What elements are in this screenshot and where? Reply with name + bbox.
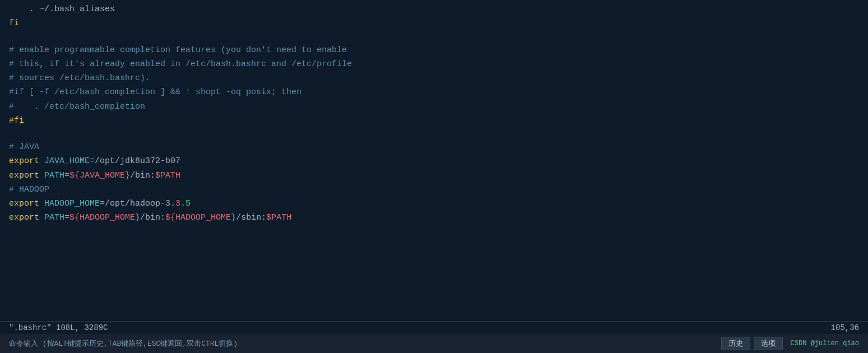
code-text: /bin: <box>130 169 155 182</box>
code-text: =/opt/jdk8u372-b07 <box>90 155 180 168</box>
code-text: . <box>180 197 185 210</box>
code-line: # this, if it's already enabled in /etc/… <box>0 57 868 71</box>
code-text: = <box>64 169 69 182</box>
code-line-empty <box>0 250 868 262</box>
code-line: export HADOOP_HOME =/opt/hadoop-3. 3 . 5 <box>0 197 868 211</box>
code-line: export PATH = ${JAVA_HOME} /bin: $PATH <box>0 169 868 183</box>
code-line: #fi <box>0 114 868 128</box>
code-line: # sources /etc/bash.bashrc). <box>0 71 868 85</box>
code-var: PATH <box>39 169 64 182</box>
code-var-ref: $PATH <box>155 169 180 182</box>
code-var: JAVA_HOME <box>39 155 90 168</box>
code-text: # JAVA <box>9 141 39 154</box>
code-text: fi <box>9 17 19 30</box>
code-keyword: export <box>9 155 39 168</box>
history-button[interactable]: 历史 <box>721 337 750 350</box>
bottom-bar: 命令输入 (按ALT键提示历史,TAB键路径,ESC键返回,双击CTRL切换) … <box>0 334 868 353</box>
code-text: /sbin: <box>236 211 266 224</box>
code-line: export JAVA_HOME =/opt/jdk8u372-b07 <box>0 154 868 168</box>
code-line: # enable programmable completion feature… <box>0 43 868 57</box>
code-var: PATH <box>39 211 64 224</box>
code-text: # enable programmable completion feature… <box>9 44 347 57</box>
code-line-empty <box>0 225 868 238</box>
status-file-info: ".bashrc" 108L, 3289C <box>9 323 108 332</box>
code-keyword: export <box>9 169 39 182</box>
code-text: # this, if it's already enabled in /etc/… <box>9 58 352 71</box>
code-text: . ~/.bash_aliases <box>9 3 115 16</box>
options-button[interactable]: 选项 <box>754 337 783 350</box>
code-var: HADOOP_HOME <box>39 197 100 210</box>
code-var-ref: ${HADOOP_HOME} <box>165 211 236 224</box>
command-hint: 命令输入 (按ALT键提示历史,TAB键路径,ESC键返回,双击CTRL切换) <box>9 338 238 349</box>
status-cursor-pos: 105,36 <box>831 323 859 332</box>
code-line: #if [ -f /etc/bash_completion ] && ! sho… <box>0 85 868 99</box>
code-text: #if [ -f /etc/bash_completion ] && ! sho… <box>9 86 301 99</box>
code-text: #fi <box>9 114 24 127</box>
bottom-bar-actions: 历史 选项 CSDN @julien_qiao <box>721 337 859 350</box>
status-bar: ".bashrc" 108L, 3289C 105,36 <box>0 321 868 334</box>
code-text: /bin: <box>140 211 165 224</box>
code-line-empty <box>0 31 868 43</box>
editor-area: . ~/.bash_aliases fi # enable programmab… <box>0 0 868 321</box>
code-text: =/opt/hadoop-3. <box>100 197 175 210</box>
code-line: . ~/.bash_aliases <box>0 2 868 16</box>
code-text: # sources /etc/bash.bashrc). <box>9 72 150 85</box>
code-var-ref: ${JAVA_HOME} <box>69 169 130 182</box>
code-text: # HADOOP <box>9 183 49 196</box>
code-text: # . /etc/bash_completion <box>9 100 145 113</box>
code-var-ref: ${HADOOP_HOME} <box>69 211 140 224</box>
csdn-watermark: CSDN @julien_qiao <box>791 340 859 347</box>
code-var-ref: $PATH <box>266 211 291 224</box>
code-line: fi <box>0 16 868 30</box>
code-line: export PATH = ${HADOOP_HOME} /bin: ${HAD… <box>0 211 868 225</box>
code-line: # HADOOP <box>0 183 868 197</box>
code-line: # . /etc/bash_completion <box>0 100 868 114</box>
code-line-empty <box>0 128 868 140</box>
code-number: 3 <box>175 197 180 210</box>
code-text: = <box>64 211 69 224</box>
code-keyword: export <box>9 197 39 210</box>
code-keyword: export <box>9 211 39 224</box>
code-number: 5 <box>185 197 191 210</box>
code-line-empty <box>0 238 868 250</box>
code-line: # JAVA <box>0 140 868 154</box>
